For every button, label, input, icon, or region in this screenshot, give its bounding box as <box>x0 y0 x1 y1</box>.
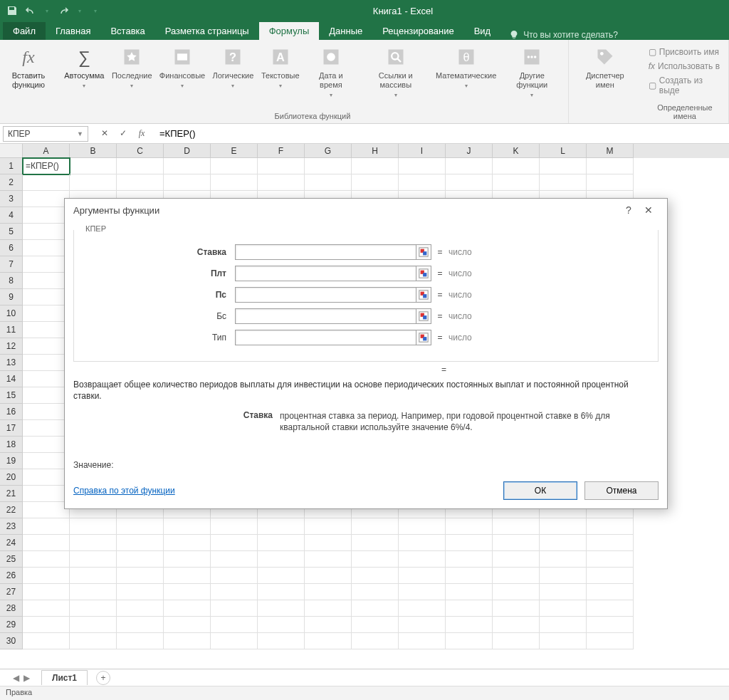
cell[interactable] <box>117 158 164 174</box>
lookup-functions-button[interactable]: Ссылки и массивы▾ <box>360 43 432 103</box>
row-header[interactable]: 2 <box>0 174 23 191</box>
cell[interactable] <box>305 633 352 649</box>
cell[interactable] <box>23 256 70 273</box>
cell[interactable] <box>164 584 211 600</box>
cell[interactable] <box>446 568 493 584</box>
row-header[interactable]: 9 <box>0 289 23 305</box>
cancel-formula-icon[interactable]: ✕ <box>98 128 111 139</box>
cell[interactable] <box>23 355 70 371</box>
cell[interactable] <box>352 568 399 584</box>
row-header[interactable]: 12 <box>0 338 23 355</box>
column-header[interactable]: M <box>587 144 634 158</box>
ok-button[interactable]: ОК <box>503 481 577 500</box>
cell[interactable] <box>446 535 493 551</box>
cell[interactable] <box>70 535 117 551</box>
cell[interactable] <box>23 437 70 453</box>
cell[interactable] <box>399 568 446 584</box>
cell[interactable] <box>70 551 117 568</box>
cell[interactable] <box>493 617 540 633</box>
cell[interactable] <box>23 191 70 207</box>
cell[interactable] <box>23 535 70 551</box>
row-header[interactable]: 11 <box>0 322 23 338</box>
tab-insert[interactable]: Вставка <box>100 22 154 40</box>
row-header[interactable]: 8 <box>0 273 23 289</box>
cell[interactable] <box>352 600 399 617</box>
cell[interactable] <box>446 633 493 649</box>
cell[interactable] <box>540 633 587 649</box>
cell[interactable] <box>164 568 211 584</box>
cell[interactable] <box>70 600 117 617</box>
cell[interactable] <box>117 600 164 617</box>
cell[interactable] <box>70 568 117 584</box>
cell[interactable] <box>446 551 493 568</box>
enter-formula-icon[interactable]: ✓ <box>117 128 130 139</box>
name-manager-button[interactable]: Диспетчер имен <box>573 43 637 93</box>
row-header[interactable]: 28 <box>0 600 23 617</box>
cell[interactable] <box>305 600 352 617</box>
cell[interactable] <box>164 617 211 633</box>
column-header[interactable]: A <box>23 144 70 158</box>
cell[interactable] <box>258 584 305 600</box>
add-sheet-button[interactable]: + <box>96 671 110 685</box>
autosum-button[interactable]: ∑ Автосумма▾ <box>61 43 107 103</box>
cell[interactable] <box>446 518 493 535</box>
cell[interactable] <box>23 584 70 600</box>
sheet-nav-prev-icon[interactable]: ◀ <box>13 673 19 683</box>
cell[interactable] <box>211 633 258 649</box>
cell[interactable] <box>117 174 164 191</box>
column-header[interactable]: E <box>211 144 258 158</box>
cell[interactable] <box>211 617 258 633</box>
row-header[interactable]: 1 <box>0 158 23 174</box>
argument-input[interactable] <box>235 330 416 345</box>
argument-input[interactable] <box>235 244 416 260</box>
cell[interactable] <box>23 240 70 256</box>
cell[interactable] <box>117 584 164 600</box>
cell[interactable] <box>399 600 446 617</box>
cell[interactable] <box>258 568 305 584</box>
cancel-button[interactable]: Отмена <box>584 481 659 500</box>
cell[interactable] <box>540 535 587 551</box>
cell[interactable] <box>493 568 540 584</box>
cell[interactable] <box>23 453 70 469</box>
cell[interactable] <box>493 633 540 649</box>
row-header[interactable]: 5 <box>0 224 23 240</box>
row-header[interactable]: 10 <box>0 305 23 322</box>
cell[interactable] <box>211 600 258 617</box>
cell[interactable] <box>23 387 70 404</box>
cell[interactable] <box>493 535 540 551</box>
cell[interactable] <box>70 584 117 600</box>
column-header[interactable]: K <box>493 144 540 158</box>
cell[interactable] <box>23 551 70 568</box>
column-header[interactable]: J <box>446 144 493 158</box>
cell[interactable] <box>305 617 352 633</box>
cell[interactable] <box>117 568 164 584</box>
cell[interactable] <box>305 535 352 551</box>
cell[interactable] <box>211 551 258 568</box>
row-header[interactable]: 30 <box>0 633 23 649</box>
cell[interactable] <box>352 584 399 600</box>
cell[interactable] <box>352 158 399 174</box>
sheet-nav-next-icon[interactable]: ▶ <box>23 673 30 683</box>
cell[interactable] <box>23 502 70 518</box>
cell[interactable]: =КПЕР() <box>23 158 70 174</box>
cell[interactable] <box>587 568 634 584</box>
cell[interactable] <box>352 551 399 568</box>
logical-functions-button[interactable]: ? Логические▾ <box>209 43 256 103</box>
cell[interactable] <box>305 174 352 191</box>
cell[interactable] <box>493 518 540 535</box>
cell[interactable] <box>70 174 117 191</box>
cell[interactable] <box>211 158 258 174</box>
row-header[interactable]: 18 <box>0 437 23 453</box>
cell[interactable] <box>305 551 352 568</box>
row-header[interactable]: 22 <box>0 502 23 518</box>
column-header[interactable]: G <box>305 144 352 158</box>
cell[interactable] <box>117 633 164 649</box>
cell[interactable] <box>23 600 70 617</box>
cell[interactable] <box>493 174 540 191</box>
create-from-selection-button[interactable]: ▢Создать из выде <box>649 75 721 95</box>
cell[interactable] <box>305 518 352 535</box>
cell[interactable] <box>117 535 164 551</box>
cell[interactable] <box>540 568 587 584</box>
cell[interactable] <box>23 207 70 224</box>
cell[interactable] <box>493 584 540 600</box>
